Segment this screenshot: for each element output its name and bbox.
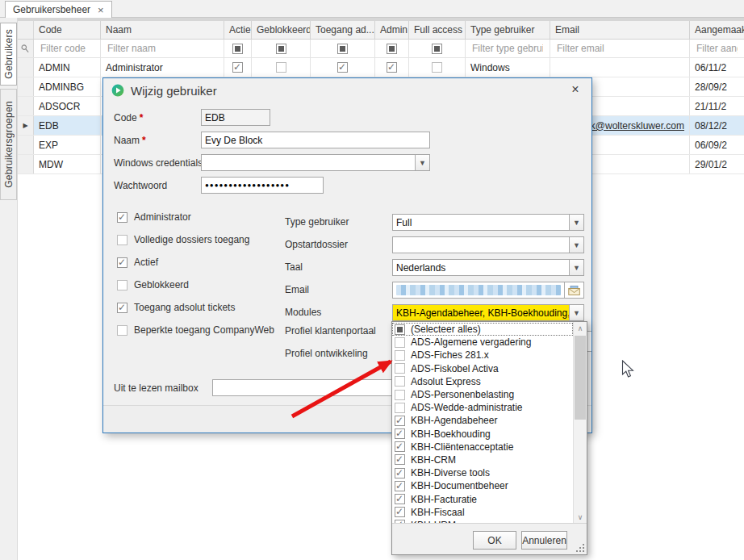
dropdown-arrow-icon[interactable]: ▼ <box>415 155 429 170</box>
module-label: ADS-Fiskobel Activa <box>411 363 499 374</box>
column-header-aangemaakt[interactable]: Aangemaakt <box>690 21 744 39</box>
module-option[interactable]: ADS-Algemene vergadering <box>392 336 573 349</box>
annuleren-button[interactable]: Annuleren <box>521 531 567 550</box>
dropdown-arrow-icon[interactable]: ▼ <box>569 305 583 320</box>
column-header-email[interactable]: Email <box>550 21 690 39</box>
module-option[interactable]: KBH-CRM <box>392 453 573 466</box>
module-option[interactable]: KBH-Documentbeheer <box>392 479 573 492</box>
module-checkbox[interactable] <box>395 494 405 504</box>
naam-input[interactable] <box>202 132 429 148</box>
filter-email-input[interactable] <box>555 42 684 55</box>
naam-field[interactable] <box>201 132 430 148</box>
column-header-geblokkeerd[interactable]: Geblokkeerd <box>252 21 311 39</box>
module-option[interactable]: KBH-Diverse tools <box>392 466 573 479</box>
module-checkbox[interactable] <box>395 428 405 439</box>
module-label: KBH-Diverse tools <box>411 467 490 479</box>
column-header-admin[interactable]: Admin <box>375 21 409 39</box>
taal-combo[interactable]: Nederlands ▼ <box>392 259 584 276</box>
modules-scrollbar[interactable]: ∧ ∨ <box>573 322 587 524</box>
module-option[interactable]: ADS-Wedde-administratie <box>392 401 573 414</box>
column-header-naam[interactable]: Naam <box>101 21 224 39</box>
filter-code-input[interactable] <box>39 42 95 55</box>
mail-icon[interactable] <box>564 282 583 298</box>
filter-full-access-checkbox[interactable] <box>432 44 442 54</box>
scrollbar-up-icon[interactable]: ∧ <box>574 322 587 335</box>
cell-actief-checkbox[interactable] <box>232 62 243 73</box>
module-checkbox[interactable] <box>395 507 405 517</box>
code-field[interactable] <box>201 109 270 126</box>
toegang-adsolut-checkbox[interactable] <box>117 303 127 313</box>
side-tab-gebruikers[interactable]: Gebruikers <box>0 23 17 86</box>
volledige-dossiers-checkbox[interactable] <box>117 235 127 245</box>
geblokkeerd-checkbox[interactable] <box>117 280 127 290</box>
module-checkbox[interactable] <box>395 441 405 452</box>
column-header-actief[interactable]: Actief <box>224 21 252 39</box>
tab-close-icon[interactable]: × <box>98 5 104 15</box>
module-option[interactable]: ADS-Fiskobel Activa <box>392 362 573 375</box>
module-option[interactable]: KBH-Fiscaal <box>392 506 573 519</box>
windows-credentials-combo[interactable]: ▼ <box>201 154 430 171</box>
column-header-code[interactable]: Code <box>34 21 101 39</box>
column-header-type-gebruiker[interactable]: Type gebruiker <box>466 21 550 39</box>
checkbox-actief[interactable]: Actief <box>117 257 158 268</box>
cell-toegang-checkbox[interactable] <box>337 62 348 73</box>
module-option[interactable]: KBH-Boekhouding <box>392 428 573 441</box>
checkbox-volledige-dossiers[interactable]: Volledige dossiers toegang <box>117 234 249 245</box>
dropdown-arrow-icon[interactable]: ▼ <box>569 215 583 230</box>
column-header-full-access[interactable]: Full access <box>409 21 466 39</box>
module-option[interactable]: KBH-Cliëntenacceptatie <box>392 441 573 453</box>
filter-type-input[interactable] <box>470 42 545 55</box>
administrator-checkbox[interactable] <box>117 212 127 223</box>
popup-footer: OK Annuleren <box>392 523 587 554</box>
checkbox-beperkte-toegang-companyweb[interactable]: Beperkte toegang CompanyWeb <box>117 324 274 336</box>
module-option[interactable]: ADS-Fiches 281.x <box>392 349 573 361</box>
cell-code: EDB <box>34 116 101 135</box>
filter-aangemaakt-input[interactable] <box>695 42 739 55</box>
side-tab-gebruikersgroepen[interactable]: Gebruikersgroepen <box>0 89 17 200</box>
module-label: ADS-Wedde-administratie <box>411 402 523 413</box>
filter-toegang-checkbox[interactable] <box>337 44 348 54</box>
module-checkbox[interactable] <box>395 481 405 491</box>
module-option[interactable]: (Selecteer alles) <box>392 323 573 336</box>
email-link[interactable]: ck@wolterskluwer.com <box>586 120 684 132</box>
filter-actief-checkbox[interactable] <box>232 44 243 54</box>
module-option[interactable]: ADS-Personenbelasting <box>392 388 573 401</box>
dialog-close-icon[interactable]: × <box>569 83 582 96</box>
code-input[interactable] <box>202 110 270 125</box>
ok-button[interactable]: OK <box>473 531 516 550</box>
module-option[interactable]: KBH-Agendabeheer <box>392 414 573 427</box>
filter-geblokkeerd-checkbox[interactable] <box>276 44 286 54</box>
wachtwoord-input[interactable] <box>202 178 323 193</box>
dropdown-arrow-icon[interactable]: ▼ <box>569 260 583 275</box>
type-gebruiker-combo[interactable]: Full ▼ <box>392 214 584 231</box>
checkbox-geblokkeerd[interactable]: Geblokkeerd <box>117 279 189 290</box>
dropdown-arrow-icon[interactable]: ▼ <box>569 237 583 253</box>
resize-grip-icon[interactable] <box>583 544 584 545</box>
module-checkbox[interactable] <box>395 468 405 479</box>
email-field[interactable] <box>392 282 584 299</box>
wachtwoord-field[interactable] <box>201 177 324 194</box>
filter-naam-input[interactable] <box>106 42 219 55</box>
scrollbar-thumb[interactable] <box>575 336 586 420</box>
module-option[interactable]: KBH-Facturatie <box>392 492 573 505</box>
cell-geblokkeerd-checkbox[interactable] <box>276 62 286 73</box>
cursor-icon <box>621 360 637 379</box>
row-arrow-icon: ▶ <box>23 122 27 129</box>
modules-combo[interactable]: KBH-Agendabeheer, KBH-Boekhouding, KB...… <box>392 304 584 321</box>
column-header-toegang[interactable]: Toegang ad... <box>311 21 375 39</box>
checkbox-toegang-adsolut-tickets[interactable]: Toegang adsolut tickets <box>117 302 235 313</box>
module-checkbox[interactable] <box>395 324 405 335</box>
opstartdossier-combo[interactable]: ▼ <box>392 236 584 253</box>
checkbox-administrator[interactable]: Administrator <box>117 211 191 223</box>
tab-gebruikersbeheer[interactable]: Gebruikersbeheer × <box>5 1 112 18</box>
cell-full-access-checkbox[interactable] <box>432 62 442 73</box>
app-window: Gebruikersbeheer × Gebruikers Gebruikers… <box>0 0 744 560</box>
cell-admin-checkbox[interactable] <box>387 62 397 73</box>
module-option[interactable]: Adsolut Express <box>392 375 573 388</box>
scrollbar-down-icon[interactable]: ∨ <box>574 511 587 524</box>
actief-checkbox[interactable] <box>117 257 127 268</box>
module-checkbox[interactable] <box>395 454 405 465</box>
companyweb-checkbox[interactable] <box>117 325 127 336</box>
table-row[interactable]: ADMIN Administrator Windows 06/11/2 <box>18 58 744 77</box>
filter-admin-checkbox[interactable] <box>387 44 397 54</box>
